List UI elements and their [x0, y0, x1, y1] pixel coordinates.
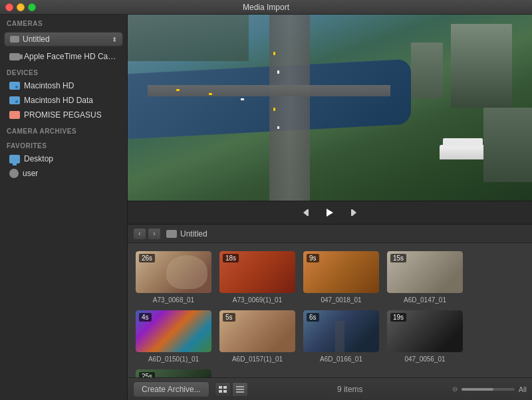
thumbnail-label: A6D_0157(1)_01: [232, 355, 283, 363]
car6: [241, 98, 244, 100]
thumbnail-item[interactable]: 6sA6D_0166_01: [302, 309, 380, 363]
sidebar-item-machd-data[interactable]: Macintosh HD Data: [3, 94, 124, 107]
building3: [483, 108, 532, 182]
user-icon: [9, 169, 19, 178]
building1: [451, 24, 511, 108]
play-button[interactable]: [323, 205, 337, 220]
sidebar-item-label: Macintosh HD Data: [24, 96, 93, 105]
thumbnail-label: 047_0018_01: [321, 296, 361, 304]
thumbnail-duration: 25s: [139, 372, 155, 377]
thumbnail-wrapper: 9s: [302, 250, 380, 294]
camera-dropdown-label: Untitled: [10, 35, 50, 44]
car4: [277, 126, 279, 129]
thumbnail-duration: 19s: [390, 313, 406, 322]
thumbnails-grid: 26sA73_0068_0118sA73_0069(1)_019s047_001…: [128, 243, 532, 377]
building4: [128, 15, 249, 61]
grid-view-button[interactable]: [215, 382, 231, 397]
hdd-icon: [9, 96, 20, 104]
thumbnail-duration: 4s: [139, 313, 152, 322]
svg-rect-5: [219, 386, 222, 389]
thumbnail-item[interactable]: 18sA73_0069(1)_01: [218, 250, 297, 304]
thumbnail-duration: 26s: [139, 254, 155, 262]
sidebar-item-user[interactable]: user: [3, 167, 124, 180]
svg-rect-7: [219, 390, 222, 393]
sidebar-item-label: PROMISE PEGASUS: [24, 110, 102, 120]
thumbnail-duration: 6s: [307, 313, 319, 322]
content-area: ‹ › Untitled 26sA73_0068_0118sA73_0069(1…: [128, 15, 532, 400]
dropdown-arrow-icon: ⬍: [112, 36, 117, 43]
view-toggle: [215, 382, 248, 397]
building2: [411, 43, 444, 98]
zoom-slider[interactable]: [462, 388, 515, 391]
devices-section-header: DEVICES: [0, 64, 127, 78]
thumbnail-item[interactable]: 19s047_0056_01: [386, 309, 464, 363]
thumbnail-label: A73_0068_01: [153, 296, 194, 304]
zoom-slider-track: [462, 388, 493, 391]
sidebar-item-machd[interactable]: Macintosh HD: [3, 79, 124, 92]
thumbnail-item[interactable]: 26sA73_0068_01: [134, 250, 213, 304]
svg-marker-2: [327, 209, 333, 217]
traffic-lights[interactable]: [5, 3, 36, 11]
camera-dropdown[interactable]: Untitled ⬍: [4, 32, 123, 47]
hdd-icon: [9, 82, 20, 90]
minimize-button[interactable]: [17, 3, 25, 11]
thumbnail-item[interactable]: 4sA6D_0150(1)_01: [134, 309, 213, 363]
thumbnail-item[interactable]: 15sA6D_0147_01: [386, 250, 464, 304]
zoom-icon: ⊖: [452, 385, 458, 393]
window-title: Media Import: [243, 3, 289, 12]
thumbnail-wrapper: 18s: [218, 250, 297, 294]
svg-rect-11: [236, 391, 244, 393]
favorites-section-header: FAVORITES: [0, 137, 127, 151]
items-count: 9 items: [253, 385, 447, 394]
sidebar-item-label: user: [23, 169, 38, 178]
zoom-all-label: All: [519, 385, 527, 393]
filmstrip-back-button[interactable]: ‹: [133, 228, 146, 240]
thumbnail-duration: 5s: [223, 313, 235, 322]
sidebar-item-desktop[interactable]: Desktop: [3, 152, 124, 165]
thumbnail-label: A73_0069(1)_01: [233, 296, 283, 304]
thumbnail-item[interactable]: 25s047_0088_01: [134, 368, 213, 377]
fast-forward-button[interactable]: [345, 206, 360, 219]
thumbnail-wrapper: 26s: [134, 250, 213, 294]
thumbnail-duration: 18s: [223, 254, 239, 262]
thumbnail-duration: 15s: [390, 254, 406, 262]
svg-rect-9: [236, 386, 244, 387]
sidebar-item-label: Macintosh HD: [24, 81, 74, 90]
thumbnail-label: 047_0056_01: [404, 355, 445, 363]
thumbnail-label: A6D_0166_01: [320, 355, 362, 363]
thumbnail-item[interactable]: 5sA6D_0157(1)_01: [218, 309, 297, 363]
thumbnail-wrapper: 25s: [134, 368, 213, 377]
thumbnail-duration: 9s: [307, 254, 319, 262]
car7: [176, 89, 180, 91]
svg-rect-1: [307, 209, 309, 216]
close-button[interactable]: [5, 3, 13, 11]
sidebar-item-promise[interactable]: PROMISE PEGASUS: [3, 108, 124, 122]
svg-rect-4: [351, 209, 352, 216]
camera-icon: [10, 36, 19, 43]
main-layout: CAMERAS Untitled ⬍ Apple FaceTime HD Cam…: [0, 15, 532, 400]
thumbnail-wrapper: 15s: [386, 250, 464, 294]
car3: [273, 108, 275, 111]
desktop-icon: [9, 155, 20, 163]
sidebar: CAMERAS Untitled ⬍ Apple FaceTime HD Cam…: [0, 15, 128, 400]
sidebar-item-facetime[interactable]: Apple FaceTime HD Camera (Built-in): [3, 50, 124, 63]
video-preview: [128, 15, 532, 201]
list-view-button[interactable]: [232, 382, 248, 397]
archives-section-header: CAMERA ARCHIVES: [0, 122, 127, 137]
filmstrip-forward-button[interactable]: ›: [148, 228, 161, 240]
thumbnail-wrapper: 4s: [134, 309, 213, 353]
maximize-button[interactable]: [28, 3, 36, 11]
thumbnail-wrapper: 19s: [386, 309, 464, 353]
thumbnail-label: A6D_0150(1)_01: [148, 355, 199, 363]
car5: [209, 93, 212, 95]
thumbnail-item[interactable]: 9s047_0018_01: [302, 250, 380, 304]
bottom-bar: Create Archive...: [128, 377, 532, 400]
filmstrip-title: Untitled: [166, 229, 207, 239]
title-bar: Media Import: [0, 0, 532, 15]
create-archive-button[interactable]: Create Archive...: [133, 381, 209, 397]
cameras-section-header: CAMERAS: [0, 15, 127, 29]
sidebar-item-label: Apple FaceTime HD Camera (Built-in): [24, 52, 118, 61]
rewind-button[interactable]: [300, 206, 315, 219]
filmstrip-area: ‹ › Untitled 26sA73_0068_0118sA73_0069(1…: [128, 225, 532, 377]
filmstrip-nav: ‹ ›: [133, 228, 161, 240]
